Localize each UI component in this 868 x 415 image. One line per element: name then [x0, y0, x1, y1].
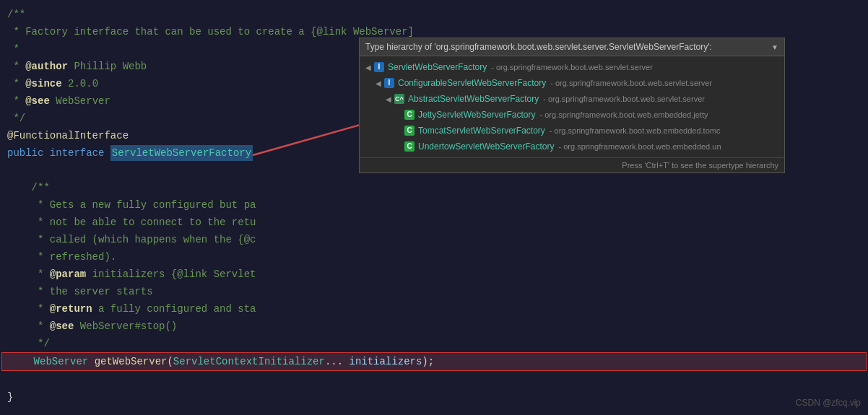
code-line-19: * @see WebServer#stop() — [0, 318, 868, 335]
code-text: * — [7, 318, 50, 334]
hierarchy-item-3[interactable]: ◀ C^ AbstractServletWebServerFactory - o… — [360, 91, 784, 107]
code-line-1: /** — [0, 6, 868, 23]
popup-header: Type hierarchy of 'org.springframework.b… — [360, 38, 784, 56]
code-text: /** — [7, 180, 50, 196]
code-text: * the server starts — [7, 284, 153, 300]
item-name-6: UndertowServletWebServerFactory — [418, 141, 555, 152]
code-line-highlighted: WebServer getWebServer(ServletContextIni… — [1, 352, 867, 371]
item-name-5: TomcatServletWebServerFactory — [418, 126, 545, 136]
hierarchy-item-2[interactable]: ◀ I ConfigurableServletWebServerFactory … — [360, 75, 784, 91]
code-text: */ — [7, 336, 50, 351]
code-text: * Gets a new fully configured but pa — [7, 197, 256, 213]
badge-abstract-3: C^ — [394, 94, 404, 104]
code-line-16: * @param initializers {@link Servlet — [0, 266, 868, 283]
code-text: * refreshed). — [7, 249, 116, 265]
badge-class-5: C — [404, 126, 415, 136]
code-line-11: /** — [0, 179, 868, 196]
code-text: } — [7, 389, 13, 405]
code-text: * — [7, 58, 25, 74]
code-text: * — [7, 301, 50, 317]
badge-interface-2: I — [384, 78, 394, 88]
code-text: * — [7, 266, 50, 282]
hierarchy-item-6[interactable]: C UndertowServletWebServerFactory - org.… — [360, 139, 784, 154]
popup-title: Type hierarchy of 'org.springframework.b… — [365, 42, 712, 52]
badge-class-4: C — [404, 110, 415, 120]
code-editor: /** * Factory interface that can be used… — [0, 0, 868, 415]
item-package-4: - org.springframework.boot.web.embedded.… — [540, 110, 708, 119]
code-text: * — [7, 76, 25, 92]
item-package-1: - org.springframework.boot.web.servlet.s… — [491, 63, 653, 71]
item-name-2: ConfigurableServletWebServerFactory — [398, 78, 546, 88]
code-line-20: */ — [0, 335, 868, 352]
code-line-14: * called (which happens when the {@c — [0, 231, 868, 248]
badge-interface-1: I — [374, 62, 384, 72]
code-line-18: * @return a fully configured and sta — [0, 300, 868, 318]
hierarchy-item-5[interactable]: C TomcatServletWebServerFactory - org.sp… — [360, 123, 784, 139]
popup-footer: Press 'Ctrl+T' to see the supertype hier… — [360, 157, 784, 172]
item-package-5: - org.springframework.boot.web.embedded.… — [550, 126, 721, 135]
code-text: * not be able to connect to the retu — [7, 214, 256, 230]
popup-body: ◀ I ServletWebServerFactory - org.spring… — [360, 56, 784, 157]
item-name-4: JettyServletWebServerFactory — [418, 110, 536, 120]
item-package-3: - org.springframework.boot.web.servlet.s… — [543, 95, 705, 103]
code-line-13: * not be able to connect to the retu — [0, 214, 868, 231]
code-line-22 — [0, 371, 868, 388]
csdn-watermark: CSDN @zfcq.vip — [796, 398, 861, 408]
popup-collapse-icon[interactable]: ▼ — [771, 43, 778, 51]
code-text: @FunctionalInterface — [7, 128, 129, 144]
code-text: * Factory interface that can be used to … — [7, 24, 414, 40]
code-line-12: * Gets a new fully configured but pa — [0, 196, 868, 214]
code-text: * — [7, 93, 25, 109]
code-text: /** — [7, 6, 25, 22]
code-text: WebServer — [9, 354, 88, 370]
popup-footer-text: Press 'Ctrl+T' to see the supertype hier… — [622, 161, 778, 170]
tree-expand-icon-1: ◀ — [365, 64, 373, 71]
code-text: public — [7, 145, 43, 161]
item-package-6: - org.springframework.boot.web.embedded.… — [559, 142, 721, 151]
item-package-2: - org.springframework.boot.web.servlet.s… — [550, 79, 712, 87]
item-name-3: AbstractServletWebServerFactory — [408, 94, 539, 104]
code-text: * — [7, 41, 19, 57]
tree-expand-icon-3: ◀ — [386, 95, 393, 103]
code-line-15: * refreshed). — [0, 248, 868, 266]
code-line-23: } — [0, 388, 868, 406]
type-hierarchy-popup[interactable]: Type hierarchy of 'org.springframework.b… — [359, 38, 785, 173]
hierarchy-item-4[interactable]: C JettyServletWebServerFactory - org.spr… — [360, 107, 784, 123]
tree-expand-icon-2: ◀ — [376, 79, 383, 87]
hierarchy-item-1[interactable]: ◀ I ServletWebServerFactory - org.spring… — [360, 59, 784, 75]
item-name-1: ServletWebServerFactory — [388, 62, 487, 72]
code-text: */ — [7, 110, 25, 126]
code-line-17: * the server starts — [0, 283, 868, 300]
badge-class-6: C — [404, 141, 415, 152]
code-text: * called (which happens when the {@c — [7, 232, 256, 248]
